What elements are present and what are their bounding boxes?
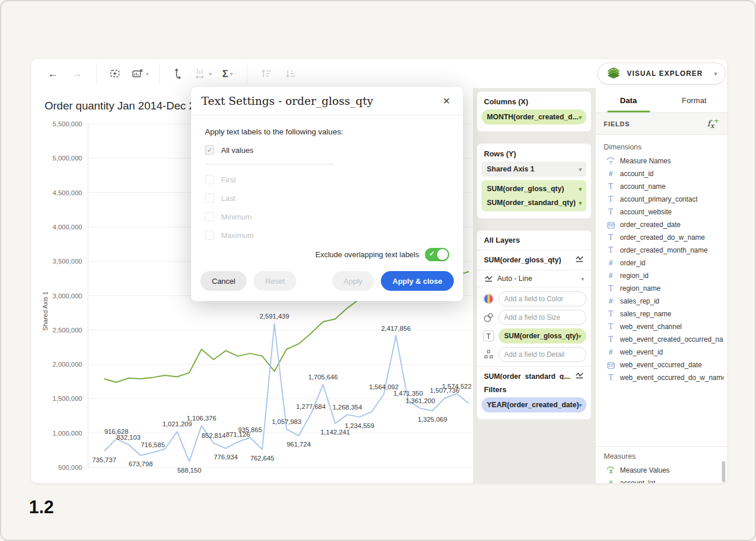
- exclude-overlapping-labels-toggle[interactable]: ✓: [425, 248, 449, 261]
- modal-header: Text Settings - order_gloss_qty ✕: [191, 87, 463, 115]
- rows-measures-group: SUM(order_gloss_qty)▾SUM(order_standard_…: [482, 180, 586, 211]
- number-icon: #: [606, 259, 615, 267]
- fields-panel: DataFormat FIELDS fx+ Dimensions TMeasur…: [595, 88, 727, 483]
- sigma-icon[interactable]: Σ▾: [219, 65, 236, 82]
- chevron-down-icon: ▾: [579, 200, 582, 206]
- rows-measure-label: SUM(order_gloss_qty): [487, 185, 564, 193]
- rows-shared-axis-pill[interactable]: Shared Axis 1▾: [482, 162, 586, 177]
- measures-list: #Measure Values#account_lat: [596, 464, 727, 483]
- checkbox-list: ✓All valuesFirstLastMinimumMaximum: [205, 144, 449, 241]
- dimension-web-event-occurred-do-w-name[interactable]: Tweb_event_occurred_do_w_name: [596, 371, 727, 384]
- mark-type-dropdown[interactable]: Auto - Line ▾: [477, 270, 591, 287]
- text-field-icon: T: [606, 233, 615, 242]
- apply-close-button[interactable]: Apply & close: [381, 271, 454, 291]
- dimensions-section-title: Dimensions: [596, 135, 727, 155]
- text-field-icon: T: [606, 208, 615, 216]
- encoding-field-filled[interactable]: SUM(order_gloss_qty)▾: [498, 328, 586, 343]
- svg-text:2,000,000: 2,000,000: [53, 361, 82, 368]
- encoding-row: Add a field to Size: [482, 310, 586, 325]
- rows-measure-pill[interactable]: SUM(order_gloss_qty)▾: [482, 182, 586, 196]
- svg-text:4,500,000: 4,500,000: [53, 189, 82, 196]
- dimension-order-created-date[interactable]: order_created_date: [596, 218, 727, 231]
- checkbox-maximum: Maximum: [205, 229, 449, 241]
- field-label: account_primary_contact: [620, 195, 698, 203]
- encoding-row: Add a field to Detail: [482, 347, 586, 362]
- fields-scrollbar[interactable]: [722, 461, 725, 482]
- swap-axes-icon[interactable]: [170, 65, 188, 82]
- visual-explorer-button[interactable]: VISUAL EXPLORER ▾: [597, 63, 726, 85]
- close-icon[interactable]: ✕: [441, 93, 453, 109]
- field-label: region_id: [620, 272, 648, 280]
- field-label: account_id: [620, 170, 654, 178]
- svg-text:1,234,559: 1,234,559: [344, 422, 374, 429]
- detail-icon: [482, 348, 496, 361]
- calendar-icon: [606, 361, 615, 369]
- measure-measure-values[interactable]: #Measure Values: [596, 464, 727, 477]
- toolbar-divider: [247, 64, 247, 83]
- checkbox-all-values[interactable]: ✓All values: [205, 144, 449, 156]
- field-label: region_name: [620, 284, 660, 293]
- checkbox-unchecked-icon: [205, 193, 214, 203]
- cancel-button[interactable]: Cancel: [200, 271, 247, 291]
- svg-text:1,057,983: 1,057,983: [271, 418, 301, 425]
- svg-text:3,500,000: 3,500,000: [53, 258, 82, 265]
- add-calculated-field-icon[interactable]: fx+: [707, 118, 719, 130]
- filter-pill-year-order-created-date[interactable]: YEAR(order_created_date)▾: [482, 397, 586, 412]
- checkbox-unchecked-icon: [205, 212, 214, 221]
- dimension-order-created-month-name[interactable]: Torder_created_month_name: [596, 244, 727, 257]
- text-settings-modal: Text Settings - order_gloss_qty ✕ Apply …: [191, 87, 463, 301]
- dimension-region-id[interactable]: #region_id: [596, 269, 727, 282]
- modal-description: Apply text labels to the following value…: [205, 127, 449, 136]
- encoding-field-empty[interactable]: Add a field to Color: [498, 291, 586, 306]
- duplicate-chart-icon[interactable]: [107, 65, 124, 82]
- modal-footer: CancelResetApplyApply & close: [191, 271, 463, 301]
- tab-data[interactable]: Data: [596, 88, 662, 112]
- text-field-icon: T: [606, 323, 615, 331]
- dimension-sales-rep-id[interactable]: #sales_rep_id: [596, 295, 727, 308]
- field-label: web_event_occurred_date: [620, 361, 702, 369]
- svg-text:762,645: 762,645: [250, 455, 274, 462]
- dimension-web-event-occurred-date[interactable]: web_event_occurred_date: [596, 359, 727, 371]
- apply-button: Apply: [332, 271, 375, 291]
- field-label: order_id: [620, 259, 645, 267]
- svg-text:735,737: 735,737: [92, 456, 116, 463]
- dimension-web-event-created-occurred-na-[interactable]: Tweb_event_created_occurred_na...: [596, 333, 727, 346]
- dimension-order-created-do-w-name[interactable]: Torder_created_do_w_name: [596, 231, 727, 244]
- svg-text:1,500,000: 1,500,000: [53, 395, 82, 402]
- encoding-field-empty[interactable]: Add a field to Detail: [498, 347, 586, 362]
- layer-order-gloss-qty[interactable]: SUM(order_gloss_qty): [477, 250, 591, 270]
- toolbar-divider: [159, 64, 160, 83]
- svg-text:#: #: [609, 469, 612, 474]
- checkbox-checked-icon: ✓: [205, 145, 214, 155]
- dimension-account-primary-contact[interactable]: Taccount_primary_contact: [596, 193, 727, 206]
- field-label: order_created_month_name: [620, 246, 707, 254]
- dimension-account-name[interactable]: Taccount_name: [596, 180, 727, 193]
- line-mark-icon: [575, 255, 584, 265]
- measure-values-icon: #: [606, 466, 615, 474]
- dimension-web-event-channel[interactable]: Tweb_event_channel: [596, 320, 727, 333]
- filters-shelf: Filters YEAR(order_created_date)▾: [477, 379, 591, 419]
- rows-measure-pill[interactable]: SUM(order_standard_qty)▾: [482, 196, 586, 210]
- checkbox-label: Minimum: [221, 213, 252, 221]
- tab-format[interactable]: Format: [662, 88, 728, 112]
- encoding-field-empty[interactable]: Add a field to Size: [498, 310, 586, 325]
- svg-text:1,574,522: 1,574,522: [442, 383, 471, 390]
- checkbox-unchecked-icon: [205, 175, 214, 184]
- dimension-order-id[interactable]: #order_id: [596, 257, 727, 269]
- dimension-sales-rep-name[interactable]: Tsales_rep_name: [596, 308, 727, 320]
- svg-text:1,361,200: 1,361,200: [405, 397, 435, 404]
- columns-pill-month-order-created-date[interactable]: MONTH(order_created_d...▾: [482, 109, 586, 125]
- dimension-web-event-id[interactable]: #web_event_id: [596, 346, 727, 359]
- encoding-field-text: SUM(order_gloss_qty): [504, 332, 578, 340]
- histogram-icon: ▾: [194, 65, 212, 82]
- field-label: Measure Names: [620, 157, 671, 165]
- remove-chart-icon[interactable]: ▾: [131, 65, 149, 82]
- checkbox-last: Last: [205, 192, 449, 204]
- back-icon[interactable]: ←: [44, 65, 61, 82]
- modal-body: Apply text labels to the following value…: [191, 115, 463, 263]
- dimension-account-website[interactable]: Taccount_website: [596, 206, 727, 218]
- dimension-region-name[interactable]: Tregion_name: [596, 282, 727, 295]
- measure-account-lat[interactable]: #account_lat: [596, 477, 727, 483]
- dimension-measure-names[interactable]: TMeasure Names: [596, 155, 727, 167]
- dimension-account-id[interactable]: #account_id: [596, 167, 727, 180]
